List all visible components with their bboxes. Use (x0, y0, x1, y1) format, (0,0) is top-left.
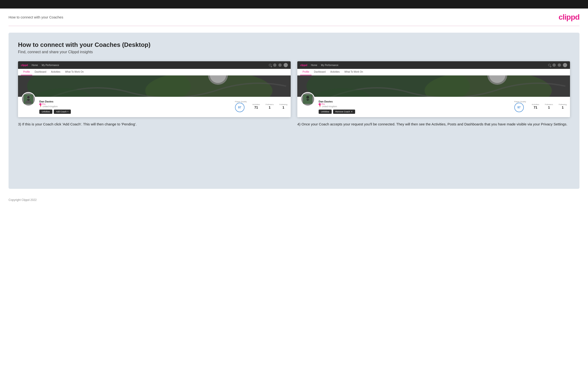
left-following-value: 1 (279, 106, 287, 109)
right-followers-value: 1 (545, 106, 553, 109)
left-mock-nav: clippd Home My Performance (18, 61, 291, 69)
right-remove-icon: ✕ (351, 110, 353, 113)
right-tab-activities[interactable]: Activities (328, 69, 342, 75)
header-title: How to connect with your Coaches (9, 15, 63, 19)
left-tab-activities[interactable]: Activities (49, 69, 62, 75)
footer: Copyright Clippd 2022 (0, 195, 588, 204)
header: How to connect with your Coaches clippd (0, 8, 588, 26)
left-quality-label: Player Quality (235, 100, 247, 103)
right-unfollow-button[interactable]: Unfollow (319, 109, 332, 114)
left-hero-image (18, 75, 291, 97)
left-stat-quality: Player Quality 97 (235, 100, 247, 112)
left-nav-performance: My Performance (42, 64, 59, 67)
left-tab-workOn[interactable]: What To Work On (63, 69, 86, 75)
right-following-label: Following (559, 103, 567, 106)
right-stat-following: Following 1 (559, 103, 567, 109)
right-quality-label: Player Quality (514, 100, 526, 103)
right-mock-nav: clippd Home My Performance (297, 61, 570, 69)
left-user-info: Dan Davies ✓ Pro 📍 United Kingdom Unfoll… (39, 100, 71, 114)
right-tab-workOn[interactable]: What To Work On (342, 69, 365, 75)
left-search-icon (269, 64, 271, 66)
right-stat-activities: Activities 71 (532, 103, 539, 109)
left-activities-label: Activities (252, 103, 260, 106)
right-user-icon (553, 63, 556, 67)
page-heading: How to connect with your Coaches (Deskto… (18, 41, 570, 49)
left-followers-label: Followers (266, 103, 274, 106)
left-user-location: 📍 United Kingdom (39, 105, 71, 108)
left-following-label: Following (279, 103, 287, 106)
left-nav-icons (269, 63, 288, 67)
left-mock-browser: clippd Home My Performance Profile Dashb… (18, 61, 291, 117)
left-activities-value: 71 (252, 106, 260, 109)
left-mock-buttons: Unfollow Add Coach + (39, 109, 71, 114)
left-notif-icon (278, 63, 282, 67)
left-location-icon: 📍 (39, 105, 43, 108)
brand-logo: clippd (559, 13, 579, 22)
left-column: clippd Home My Performance Profile Dashb… (18, 61, 291, 127)
right-user-location: 📍 United Kingdom (319, 105, 355, 108)
right-followers-label: Followers (545, 103, 553, 106)
left-add-coach-button[interactable]: Add Coach + (54, 109, 71, 114)
right-nav-home: Home (311, 64, 317, 67)
left-stat-following: Following 1 (279, 103, 287, 109)
left-caption: 3) If this is your Coach click 'Add Coac… (18, 121, 291, 127)
right-tab-dashboard[interactable]: Dashboard (311, 69, 328, 75)
right-stat-followers: Followers 1 (545, 103, 553, 109)
left-unfollow-button[interactable]: Unfollow (39, 109, 52, 114)
right-profile-section: Dan Davies ✓ Pro 📍 United Kingdom Unfoll… (297, 97, 570, 117)
right-user-info: Dan Davies ✓ Pro 📍 United Kingdom Unfoll… (319, 100, 355, 114)
left-followers-value: 1 (266, 106, 274, 109)
left-user-role: ✓ Pro (39, 103, 71, 105)
right-activities-label: Activities (532, 103, 539, 106)
copyright-text: Copyright Clippd 2022 (9, 198, 37, 202)
svg-point-8 (27, 96, 30, 99)
left-user-icon (273, 63, 277, 67)
right-location-text: United Kingdom (322, 105, 337, 108)
right-stats: Player Quality 97 Activities 71 Follower… (514, 99, 567, 112)
left-tab-profile[interactable]: Profile (21, 69, 32, 75)
page-subheading: Find, connect and share your Clippd insi… (18, 50, 570, 54)
svg-point-16 (306, 96, 309, 99)
left-user-avatar (21, 92, 35, 106)
left-location-text: United Kingdom (43, 105, 58, 108)
right-activities-value: 71 (532, 106, 539, 109)
right-following-value: 1 (559, 106, 567, 109)
right-hero-image (297, 75, 570, 97)
right-search-icon (548, 64, 551, 66)
right-mock-browser: clippd Home My Performance Profile Dashb… (297, 61, 570, 117)
right-quality-circle: 97 (514, 103, 524, 112)
right-location-icon: 📍 (319, 105, 322, 108)
top-bar (0, 0, 588, 8)
right-user-role: ✓ Pro (319, 103, 355, 105)
left-add-icon: + (67, 110, 69, 113)
left-profile-section: Dan Davies ✓ Pro 📍 United Kingdom Unfoll… (18, 97, 291, 117)
right-verified-icon: ✓ (319, 103, 321, 105)
left-verified-icon: ✓ (39, 103, 42, 105)
left-tab-dashboard[interactable]: Dashboard (32, 69, 49, 75)
left-user-name: Dan Davies (39, 100, 71, 103)
left-stat-activities: Activities 71 (252, 103, 260, 109)
right-user-name: Dan Davies (319, 100, 355, 103)
right-role-text: Pro (321, 103, 325, 105)
left-stats: Player Quality 97 Activities 71 Follower… (235, 99, 287, 112)
screenshots-row: clippd Home My Performance Profile Dashb… (18, 61, 570, 127)
right-mock-logo: clippd (300, 64, 307, 67)
right-nav-icons (548, 63, 567, 67)
right-remove-coach-button[interactable]: Remove Coach ✕ (333, 109, 355, 114)
main-content: How to connect with your Coaches (Deskto… (9, 33, 579, 189)
right-mock-buttons: Unfollow Remove Coach ✕ (319, 109, 355, 114)
left-stat-followers: Followers 1 (266, 103, 274, 109)
right-column: clippd Home My Performance Profile Dashb… (297, 61, 570, 127)
left-mock-logo: clippd (21, 64, 28, 67)
left-avatar-wrap (21, 92, 35, 106)
right-user-avatar (301, 92, 315, 106)
left-role-text: Pro (42, 103, 45, 105)
left-avatar-icon (284, 63, 288, 67)
right-avatar-wrap (301, 92, 315, 106)
left-nav-home: Home (32, 64, 38, 67)
right-tab-profile[interactable]: Profile (300, 69, 311, 75)
left-quality-circle: 97 (235, 103, 244, 112)
right-notif-icon (558, 63, 561, 67)
right-stat-quality: Player Quality 97 (514, 100, 526, 112)
left-mock-tabs: Profile Dashboard Activities What To Wor… (18, 69, 291, 75)
